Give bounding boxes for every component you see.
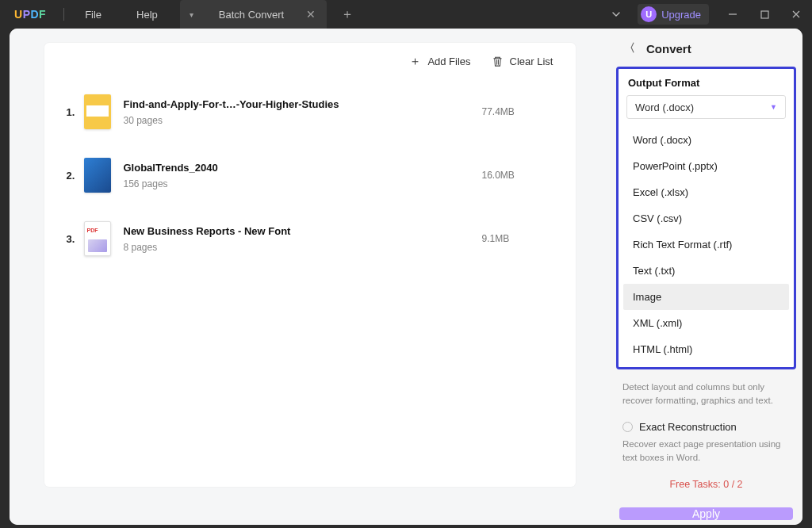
output-format-panel: Output Format Word (.docx) ▼ Word (.docx… — [616, 67, 796, 369]
format-options-list: Word (.docx) PowerPoint (.pptx) Excel (.… — [619, 125, 794, 367]
back-icon[interactable]: 〈 — [622, 40, 637, 57]
output-format-label: Output Format — [619, 69, 794, 95]
format-option-excel[interactable]: Excel (.xlsx) — [623, 179, 789, 205]
chevron-down-icon: ▾ — [190, 10, 193, 19]
file-size: 9.1MB — [482, 233, 553, 244]
new-tab-button[interactable]: ＋ — [327, 6, 368, 23]
file-name: GlobalTrends_2040 — [124, 162, 482, 174]
file-pages: 30 pages — [124, 115, 482, 126]
tab-batch-convert[interactable]: ▾ Batch Convert ✕ — [180, 0, 327, 29]
format-option-powerpoint[interactable]: PowerPoint (.pptx) — [623, 153, 789, 179]
maximize-button[interactable] — [749, 0, 780, 29]
format-option-image[interactable]: Image — [623, 284, 789, 310]
menu-help[interactable]: Help — [119, 9, 175, 21]
exact-reconstruction-label: Exact Reconstruction — [639, 421, 737, 433]
upgrade-badge-icon: U — [641, 6, 657, 22]
apply-button[interactable]: Apply — [619, 507, 793, 520]
format-option-csv[interactable]: CSV (.csv) — [623, 205, 789, 231]
file-row[interactable]: 1. Find-and-Apply-For-t…-Your-Higher-Stu… — [67, 80, 553, 143]
upgrade-button[interactable]: U Upgrade — [638, 4, 709, 25]
row-number: 3. — [67, 233, 84, 245]
detect-description: Detect layout and columns but only recov… — [610, 373, 802, 407]
trash-icon — [492, 55, 504, 67]
select-value: Word (.docx) — [635, 101, 694, 113]
close-tab-icon[interactable]: ✕ — [306, 8, 316, 21]
format-option-html[interactable]: HTML (.html) — [623, 336, 789, 362]
file-row[interactable]: 2. GlobalTrends_2040 156 pages 16.0MB — [67, 143, 553, 207]
free-tasks-counter: Free Tasks: 0 / 2 — [610, 465, 802, 495]
file-name: New Business Reports - New Font — [124, 225, 482, 237]
output-format-select[interactable]: Word (.docx) ▼ — [626, 95, 786, 119]
file-size: 77.4MB — [482, 106, 553, 117]
format-option-xml[interactable]: XML (.xml) — [623, 310, 789, 336]
file-thumbnail — [84, 94, 111, 129]
format-option-rtf[interactable]: Rich Text Format (.rtf) — [623, 231, 789, 258]
add-files-button[interactable]: ＋ Add Files — [409, 54, 470, 69]
panel-title: Convert — [646, 42, 691, 55]
file-thumbnail — [84, 158, 111, 193]
minimize-button[interactable] — [717, 0, 749, 29]
separator — [63, 8, 64, 21]
tab-title: Batch Convert — [219, 9, 284, 21]
menu-file[interactable]: File — [67, 9, 119, 21]
upgrade-label: Upgrade — [661, 9, 701, 21]
add-files-label: Add Files — [427, 55, 470, 67]
file-row[interactable]: 3. PDF New Business Reports - New Font 8… — [67, 207, 553, 270]
file-thumbnail: PDF — [84, 221, 111, 256]
clear-list-button[interactable]: Clear List — [492, 54, 553, 69]
app-logo: UPDF — [0, 8, 60, 21]
file-pages: 156 pages — [124, 178, 482, 189]
plus-icon: ＋ — [409, 54, 421, 69]
file-size: 16.0MB — [482, 170, 553, 181]
radio-icon — [622, 422, 633, 432]
file-name: Find-and-Apply-For-t…-Your-Higher-Studie… — [124, 98, 482, 110]
format-option-text[interactable]: Text (.txt) — [623, 258, 789, 284]
caret-down-icon: ▼ — [770, 103, 777, 111]
exact-reconstruction-option[interactable]: Exact Reconstruction — [610, 407, 802, 436]
clear-list-label: Clear List — [510, 55, 553, 67]
exact-description: Recover exact page presentation using te… — [610, 436, 802, 464]
row-number: 2. — [67, 170, 84, 182]
chevron-down-icon[interactable] — [603, 10, 630, 19]
file-pages: 8 pages — [124, 242, 482, 253]
close-button[interactable] — [780, 0, 812, 29]
format-option-word[interactable]: Word (.docx) — [623, 127, 789, 153]
row-number: 1. — [67, 106, 84, 118]
svg-rect-1 — [761, 11, 768, 18]
